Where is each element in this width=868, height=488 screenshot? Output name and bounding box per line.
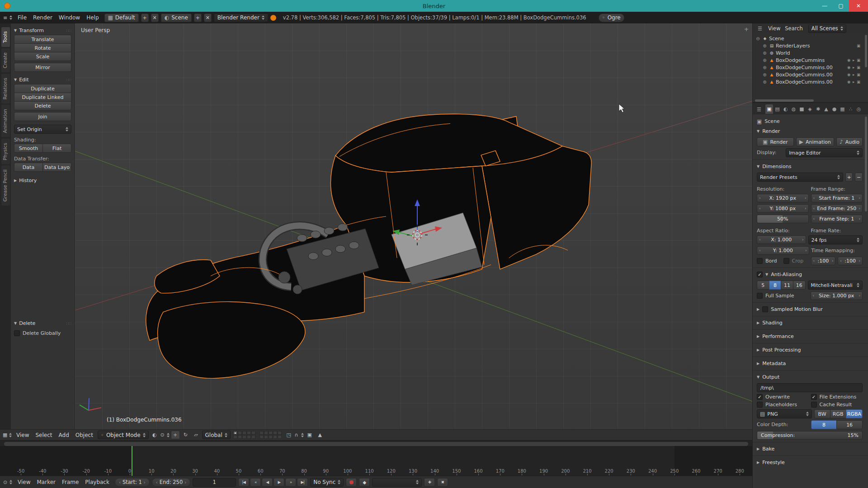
keying-set-dropdown[interactable] — [372, 478, 422, 487]
playback-button[interactable]: « — [250, 478, 261, 487]
properties-tab[interactable]: ◍ — [790, 104, 797, 114]
layer-toggle[interactable] — [273, 431, 277, 435]
layer-toggle[interactable] — [242, 431, 246, 435]
color-mode-button[interactable]: BW — [814, 409, 830, 418]
restriction-icons[interactable]: ◉ ▸ ▣ — [847, 58, 861, 62]
output-panel-header[interactable]: ▼Output — [757, 373, 863, 381]
layer-buttons-left[interactable] — [233, 431, 255, 439]
playback-button[interactable]: ▶ — [274, 478, 284, 487]
outliner-row[interactable]: ⊕ ▲ BoxDodgeCummins ◉ ▸ ▣ — [755, 56, 867, 64]
layer-toggle[interactable] — [238, 435, 242, 439]
delete-operator-panel-header[interactable]: ▼ Delete ∷∷ — [14, 319, 71, 328]
restriction-icons[interactable]: ◉ ▸ ▣ — [847, 65, 861, 70]
outliner-scope-dropdown[interactable]: All Scenes — [808, 24, 846, 33]
aa-filter-dropdown[interactable]: Mitchell-Netravali — [808, 281, 863, 290]
view3d-menu[interactable]: View — [13, 432, 32, 438]
join-button[interactable]: Join — [14, 112, 71, 121]
output-path-field[interactable]: /tmp\ — [757, 383, 863, 392]
view3d-editor-icon[interactable]: ▦ — [3, 431, 12, 439]
aa-samples-button[interactable]: 5 — [757, 281, 769, 290]
properties-scrollbar[interactable] — [865, 117, 867, 211]
layer-toggle[interactable] — [238, 431, 242, 435]
delete-keyframe-icon[interactable]: ✖ — [437, 478, 448, 487]
add-scene-button[interactable]: + — [194, 14, 202, 22]
shading-panel-header[interactable]: ▶Shading — [757, 319, 863, 327]
remap-new-field[interactable]: ‹:100› — [838, 257, 863, 265]
snap-magnet-icon[interactable]: ∩ — [295, 431, 304, 439]
compression-slider[interactable]: Compression: 15% — [757, 431, 863, 440]
expand-icon[interactable]: ⊕ — [762, 80, 768, 84]
panel-grip-icon[interactable]: ∷∷ — [66, 78, 71, 82]
expand-icon[interactable]: ⊕ — [762, 72, 768, 77]
outliner-item-label[interactable]: BoxDodgeCummins.00 — [776, 65, 846, 70]
edit-tool-button[interactable]: Duplicate Linked — [14, 93, 71, 102]
infobar-menu[interactable]: Render — [30, 14, 56, 21]
shade-flat-button[interactable]: Flat — [42, 144, 71, 153]
manipulator-scale-icon[interactable]: ▱ — [192, 431, 201, 439]
aspect-y-field[interactable]: ‹Y: 1.000› — [757, 246, 809, 255]
file-extensions-checkbox[interactable] — [811, 394, 817, 400]
outliner-hscrollbar[interactable] — [755, 99, 814, 102]
toolshelf-tab[interactable]: Physics — [1, 139, 10, 164]
anti-aliasing-checkbox[interactable] — [757, 272, 763, 277]
toolshelf-tab[interactable]: Relations — [1, 74, 10, 103]
properties-tab[interactable]: ▲ — [822, 104, 830, 114]
transform-orientation-dropdown[interactable]: Global — [202, 431, 231, 439]
sync-dropdown[interactable]: No Sync — [310, 478, 344, 487]
infobar-menu[interactable]: Window — [56, 14, 83, 21]
render-engine-dropdown[interactable]: Blender Render — [214, 14, 268, 22]
layer-toggle[interactable] — [273, 435, 277, 439]
outliner-item-label[interactable]: World — [776, 50, 859, 56]
playback-button[interactable]: ▶| — [297, 478, 308, 487]
layer-toggle[interactable] — [259, 431, 264, 435]
file-format-dropdown[interactable]: ▤ PNG — [757, 409, 812, 418]
opengl-render-anim-icon[interactable]: ▲ — [316, 431, 325, 439]
opengl-render-still-icon[interactable]: ▣ — [305, 431, 314, 439]
layer-toggle[interactable] — [264, 431, 268, 435]
render-audio-button[interactable]: ♪ Audio — [836, 137, 863, 146]
layer-toggle[interactable] — [259, 435, 264, 439]
layer-toggle[interactable] — [247, 435, 251, 439]
mirror-button[interactable]: Mirror — [14, 63, 71, 72]
toolshelf-tab[interactable]: Grease Pencil — [1, 165, 10, 206]
infobar-menu[interactable]: File — [14, 14, 30, 21]
performance-panel-header[interactable]: ▶Performance — [757, 332, 863, 341]
color-depth-button[interactable]: 16 — [836, 420, 863, 429]
editor-type-icon[interactable]: ≡ — [3, 14, 12, 22]
properties-tab[interactable]: ◎ — [855, 104, 863, 114]
start-frame-field[interactable]: ‹Start Frame: 1› — [811, 194, 863, 202]
full-sample-checkbox[interactable] — [757, 293, 763, 299]
infobar-menu[interactable]: Help — [83, 14, 102, 21]
toolshelf-tab[interactable]: Create — [1, 48, 10, 72]
properties-editor-icon[interactable]: ☰ — [755, 105, 764, 114]
record-button[interactable] — [346, 478, 357, 487]
color-depth-button[interactable]: 8 — [811, 420, 837, 429]
current-frame-field[interactable]: 1 — [193, 478, 236, 487]
border-checkbox[interactable] — [757, 258, 763, 264]
layer-toggle[interactable] — [233, 431, 237, 435]
auto-keyframe-icon[interactable]: ◆ — [359, 478, 370, 487]
toolshelf-tab[interactable]: Animation — [1, 105, 10, 137]
playback-button[interactable]: ◀ — [262, 478, 273, 487]
aa-samples-button[interactable]: 11 — [781, 281, 793, 290]
add-layout-button[interactable]: + — [141, 14, 149, 22]
remap-old-field[interactable]: ‹:100› — [811, 257, 836, 265]
render-animation-button[interactable]: ▶ Animation — [796, 137, 834, 146]
outliner-item-label[interactable]: BoxDodgeCummins.00 — [776, 79, 846, 85]
outliner-row[interactable]: ⊕ ▲ BoxDodgeCummins.00 ◉ ▸ ▣ — [755, 71, 867, 78]
render-presets-dropdown[interactable]: Render Presets — [757, 173, 843, 182]
pivot-point-icon[interactable]: ⊙ — [160, 431, 170, 439]
view3d-menu[interactable]: Object — [72, 432, 96, 438]
freestyle-panel-header[interactable]: ▶Freestyle — [757, 458, 863, 467]
layer-toggle[interactable] — [264, 435, 268, 439]
color-mode-button[interactable]: RGBA — [846, 409, 863, 418]
render-button[interactable]: ▣ Render — [757, 137, 794, 146]
timeline-editor-icon[interactable]: ⊙ — [3, 478, 12, 487]
aa-samples-button[interactable]: 8 — [769, 281, 782, 290]
end-frame-field[interactable]: ‹End Frame: 250› — [811, 204, 863, 213]
aa-size-field[interactable]: ‹Size: 1.000 px› — [811, 291, 863, 300]
frame-rate-dropdown[interactable]: 24 fps — [808, 235, 863, 244]
insert-keyframe-icon[interactable]: ✚ — [424, 478, 435, 487]
layer-toggle[interactable] — [251, 435, 255, 439]
viewport-3d[interactable]: User Persp (1) BoxDodgeCummins.036 + — [75, 23, 752, 429]
